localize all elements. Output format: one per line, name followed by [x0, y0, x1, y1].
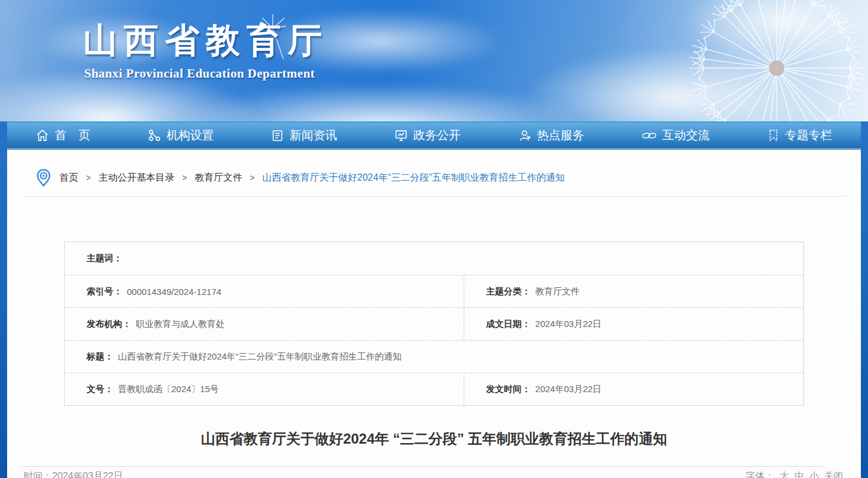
meta-cell-publish-time: 发文时间： 2024年03月22日: [464, 373, 803, 405]
organization-icon: [148, 129, 161, 142]
site-title-chinese: 山西省教育厅: [83, 18, 328, 64]
meta-label: 文号：: [87, 384, 113, 395]
meta-cell-subject-words: 主题词：: [65, 242, 803, 275]
article-title: 山西省教育厅关于做好2024年 “三二分段” 五年制职业教育招生工作的通知: [43, 429, 825, 448]
nav-label: 新闻资讯: [289, 127, 337, 143]
table-row: 主题词：: [65, 242, 803, 275]
meta-label: 主题分类：: [486, 286, 531, 297]
breadcrumb-divider: [22, 196, 846, 197]
breadcrumb-separator: >: [86, 173, 91, 182]
meta-label: 标题：: [87, 351, 113, 362]
breadcrumb-separator: >: [182, 173, 187, 182]
gov-affairs-icon: [394, 129, 408, 142]
nav-item-hot-services[interactable]: 热点服务: [518, 127, 585, 143]
nav-item-topics[interactable]: 专题专栏: [767, 127, 832, 143]
document-meta-table: 主题词： 索引号： 000014349/2024-12174 主题分类： 教育厅…: [64, 242, 804, 406]
table-row: 文号： 晋教职成函〔2024〕15号 发文时间： 2024年03月22日: [65, 373, 803, 405]
font-size-large-button[interactable]: 大: [780, 470, 789, 478]
close-button[interactable]: 关闭: [824, 470, 843, 478]
nav-label: 热点服务: [537, 127, 585, 143]
meta-cell-subject-category: 主题分类： 教育厅文件: [464, 275, 803, 307]
hot-service-icon: [518, 129, 532, 142]
site-banner: 山西省教育厅 Shanxi Provincial Education Depar…: [7, 0, 861, 121]
site-title-english: Shanxi Provincial Education Department: [84, 66, 315, 81]
topics-bookmark-icon: [767, 129, 780, 142]
font-label: 字体：: [746, 470, 774, 478]
meta-value: 教育厅文件: [535, 286, 580, 297]
time-value: 2024年03月22日: [52, 470, 123, 478]
meta-value: 山西省教育厅关于做好2024年“三二分段”五年制职业教育招生工作的通知: [118, 351, 401, 362]
meta-value: 晋教职成函〔2024〕15号: [118, 384, 219, 395]
nav-item-interaction[interactable]: 互动交流: [642, 127, 710, 143]
time-label: 时间：: [24, 470, 52, 478]
meta-value: 000014349/2024-12174: [127, 287, 221, 297]
nav-label: 专题专栏: [785, 127, 832, 143]
meta-cell-issuing-agency: 发布机构： 职业教育与成人教育处: [65, 308, 464, 340]
table-row: 发布机构： 职业教育与成人教育处 成文日期： 2024年03月22日: [65, 307, 803, 340]
font-size-controls: 字体： 大 中 小 关闭: [746, 470, 843, 478]
breadcrumb-link-directory[interactable]: 主动公开基本目录: [98, 172, 174, 184]
meta-cell-title: 标题： 山西省教育厅关于做好2024年“三二分段”五年制职业教育招生工作的通知: [65, 341, 803, 373]
table-row: 索引号： 000014349/2024-12174 主题分类： 教育厅文件: [65, 275, 803, 307]
meta-label: 主题词：: [87, 253, 122, 264]
meta-label: 发文时间：: [486, 384, 531, 395]
table-row: 标题： 山西省教育厅关于做好2024年“三二分段”五年制职业教育招生工作的通知: [65, 340, 803, 373]
meta-value: 2024年03月22日: [535, 319, 602, 330]
content-area: 首页 > 主动公开基本目录 > 教育厅文件 > 山西省教育厅关于做好2024年“…: [7, 150, 861, 478]
nav-label: 首 页: [55, 127, 90, 143]
interaction-link-icon: [642, 129, 657, 142]
meta-label: 索引号：: [87, 286, 122, 297]
breadcrumb-current-page: 山西省教育厅关于做好2024年“三二分段”五年制职业教育招生工作的通知: [263, 172, 565, 184]
nav-item-organization[interactable]: 机构设置: [148, 127, 214, 143]
meta-cell-index-number: 索引号： 000014349/2024-12174: [65, 275, 464, 307]
home-icon: [36, 129, 49, 142]
nav-item-news[interactable]: 新闻资讯: [271, 127, 337, 143]
meta-cell-written-date: 成文日期： 2024年03月22日: [464, 308, 803, 340]
location-pin-icon: [36, 168, 52, 187]
meta-value: 职业教育与成人教育处: [136, 319, 225, 330]
meta-label: 发布机构：: [87, 319, 131, 330]
nav-label: 互动交流: [662, 127, 710, 143]
breadcrumb-separator: >: [250, 173, 254, 182]
nav-item-home[interactable]: 首 页: [36, 127, 90, 143]
article-footer-bar: 时间： 2024年03月22日 字体： 大 中 小 关闭: [7, 467, 861, 478]
meta-label: 成文日期：: [486, 319, 531, 330]
meta-cell-document-number: 文号： 晋教职成函〔2024〕15号: [65, 373, 464, 405]
publish-time: 时间： 2024年03月22日: [24, 470, 123, 478]
font-size-medium-button[interactable]: 中: [794, 470, 804, 478]
font-size-small-button[interactable]: 小: [809, 470, 819, 478]
nav-item-gov-affairs[interactable]: 政务公开: [394, 127, 461, 143]
breadcrumb: 首页 > 主动公开基本目录 > 教育厅文件 > 山西省教育厅关于做好2024年“…: [7, 150, 861, 188]
nav-label: 机构设置: [167, 127, 214, 143]
breadcrumb-link-home[interactable]: 首页: [59, 172, 78, 184]
nav-label: 政务公开: [413, 127, 461, 143]
meta-value: 2024年03月22日: [535, 384, 602, 395]
main-navigation: 首 页 机构设置 新闻资讯 政务公开 热点服务 互动交流 专题专栏: [7, 121, 861, 150]
news-icon: [271, 129, 284, 142]
breadcrumb-link-documents[interactable]: 教育厅文件: [194, 172, 242, 184]
page-container: 山西省教育厅 Shanxi Provincial Education Depar…: [7, 0, 861, 478]
